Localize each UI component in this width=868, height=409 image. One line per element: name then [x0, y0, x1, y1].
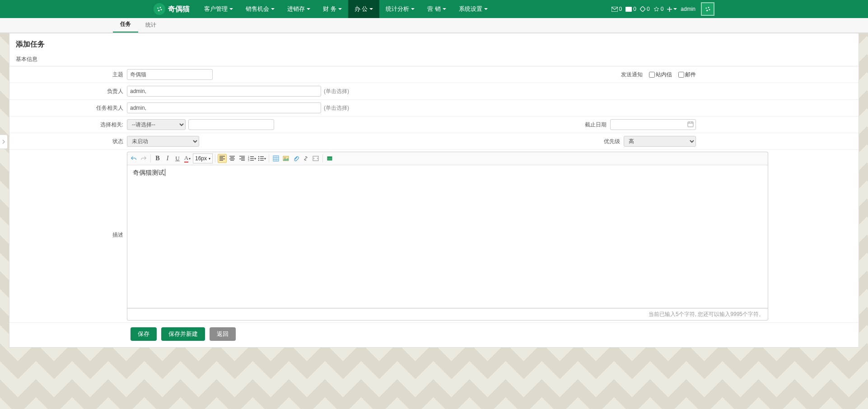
nav-card[interactable]: 0: [625, 6, 636, 12]
caret-down-icon: [673, 8, 677, 10]
nav-add[interactable]: [667, 7, 677, 12]
svg-rect-5: [625, 7, 632, 12]
svg-point-8: [709, 9, 710, 10]
italic-icon[interactable]: I: [163, 154, 172, 163]
undo-icon[interactable]: [129, 154, 138, 163]
nav-mail[interactable]: 0: [611, 6, 622, 12]
related-hint: (单击选择): [324, 104, 349, 112]
label-notify: 发送通知: [602, 71, 646, 79]
nav-item-1[interactable]: 销售机会: [239, 0, 281, 18]
nav-item-7[interactable]: 系统设置: [453, 0, 494, 18]
owner-input[interactable]: [127, 86, 321, 97]
svg-point-0: [157, 8, 159, 9]
caret-down-icon: [443, 8, 446, 10]
label-owner: 负责人: [9, 88, 127, 95]
svg-point-16: [258, 160, 259, 161]
fontcolor-icon[interactable]: A▾: [183, 154, 192, 163]
checkbox-site[interactable]: [649, 72, 655, 78]
svg-text:3: 3: [248, 159, 249, 162]
fontsize-select[interactable]: 16px▾: [193, 153, 213, 163]
avatar[interactable]: [701, 2, 714, 16]
nav-star[interactable]: 0: [653, 6, 664, 12]
svg-rect-17: [273, 156, 279, 161]
image-icon[interactable]: [281, 154, 290, 163]
nav-diamond[interactable]: 0: [640, 6, 650, 12]
nav-item-2[interactable]: 进销存: [281, 0, 317, 18]
svg-point-15: [258, 158, 259, 159]
svg-point-2: [161, 9, 162, 10]
caret-down-icon: [307, 8, 310, 10]
diamond-icon: [640, 6, 645, 12]
code-icon[interactable]: [311, 154, 320, 163]
plus-icon: [667, 7, 672, 12]
svg-point-7: [708, 7, 709, 8]
fullscreen-icon[interactable]: [325, 154, 334, 163]
label-priority: 优先级: [579, 138, 624, 145]
main-menu: 客户管理 销售机会 进销存 财 务 办 公 统计分析 营 销 系统设置: [198, 0, 494, 18]
nav-item-0[interactable]: 客户管理: [198, 0, 239, 18]
caret-down-icon: [229, 8, 233, 10]
svg-rect-10: [688, 122, 693, 127]
subtab-1[interactable]: 统计: [138, 18, 163, 33]
deadline-input[interactable]: [610, 119, 696, 130]
related-input[interactable]: [127, 102, 321, 113]
relation-select[interactable]: --请选择--: [127, 119, 186, 130]
owner-hint: (单击选择): [324, 88, 349, 95]
checkbox-site-wrap[interactable]: 站内信: [646, 71, 672, 79]
brand[interactable]: 奇偶猫: [154, 3, 190, 15]
save-button[interactable]: 保存: [131, 327, 157, 341]
table-icon[interactable]: [271, 154, 280, 163]
svg-point-14: [258, 156, 259, 157]
caret-down-icon: [411, 8, 415, 10]
priority-select[interactable]: 高: [624, 136, 696, 147]
nav-item-3[interactable]: 财 务: [317, 0, 348, 18]
underline-icon[interactable]: U: [173, 154, 182, 163]
back-button[interactable]: 返回: [210, 327, 236, 341]
calendar-icon[interactable]: [687, 121, 694, 129]
unordered-list-icon[interactable]: ▾: [257, 154, 266, 163]
label-status: 状态: [9, 138, 127, 145]
label-relation: 选择相关:: [9, 121, 127, 129]
save-and-new-button[interactable]: 保存并新建: [161, 327, 205, 341]
bold-icon[interactable]: B: [153, 154, 162, 163]
redo-icon[interactable]: [139, 154, 148, 163]
subject-input[interactable]: [127, 69, 213, 80]
svg-point-3: [158, 10, 159, 11]
caret-down-icon: [369, 8, 373, 10]
status-select[interactable]: 未启动: [127, 136, 199, 147]
svg-rect-22: [327, 157, 332, 158]
subnav: 任务统计: [0, 18, 868, 33]
label-deadline: 截止日期: [566, 121, 610, 129]
relation-value-input[interactable]: [188, 119, 274, 130]
align-left-icon[interactable]: [218, 154, 227, 163]
mail-icon: [611, 7, 618, 12]
svg-point-19: [285, 158, 286, 159]
link-icon[interactable]: [301, 154, 310, 163]
brand-logo-icon: [154, 3, 165, 15]
svg-point-6: [705, 8, 707, 9]
ordered-list-icon[interactable]: 123▾: [247, 154, 257, 163]
nav-item-6[interactable]: 营 销: [421, 0, 453, 18]
align-center-icon[interactable]: [228, 154, 237, 163]
brand-text: 奇偶猫: [168, 5, 190, 14]
subtab-0[interactable]: 任务: [113, 17, 138, 33]
nav-user[interactable]: admin: [681, 6, 695, 12]
attachment-icon[interactable]: [291, 154, 300, 163]
caret-down-icon: [484, 8, 488, 10]
label-subject: 主题: [9, 71, 127, 79]
avatar-icon: [704, 5, 711, 13]
star-icon: [653, 6, 659, 12]
nav-item-4[interactable]: 办 公: [348, 0, 380, 18]
side-expander[interactable]: [0, 135, 8, 149]
align-right-icon[interactable]: [238, 154, 247, 163]
chevron-right-icon: [1, 139, 6, 144]
caret-down-icon: [271, 8, 275, 10]
editor-body[interactable]: 奇偶猫测试: [127, 165, 768, 308]
label-related: 任务相关人: [9, 104, 127, 112]
svg-point-9: [706, 10, 708, 11]
caret-down-icon: [338, 8, 342, 10]
nav-item-5[interactable]: 统计分析: [379, 0, 421, 18]
editor-toolbar: B I U A▾ 16px▾ 123▾ ▾: [127, 152, 768, 165]
checkbox-mail[interactable]: [678, 72, 684, 78]
checkbox-mail-wrap[interactable]: 邮件: [676, 71, 696, 79]
